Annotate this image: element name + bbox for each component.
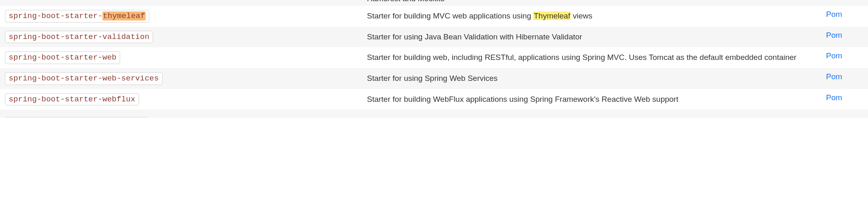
table-row (0, 110, 868, 118)
starter-code: spring-boot-starter-web-services (5, 72, 162, 85)
table-row: spring-boot-starter-web Starter for buil… (0, 47, 868, 68)
table-row: spring-boot-starter-webflux Starter for … (0, 89, 868, 110)
desc-highlight: Thymeleaf (533, 11, 571, 20)
desc-text-pre: Starter for building MVC web application… (367, 11, 533, 20)
starter-desc-cell: Hamcrest and Mockito (367, 0, 826, 2)
pom-link[interactable]: Pom (826, 10, 842, 18)
starter-desc-cell: Starter for building MVC web application… (367, 10, 826, 22)
starter-link-cell: Pom (826, 51, 863, 60)
starter-name-cell: spring-boot-starter-thymeleaf (5, 10, 367, 23)
starter-name-cell: spring-boot-starter-validation (5, 31, 367, 44)
pom-link[interactable]: Pom (826, 93, 842, 102)
starter-link-cell: Pom (826, 10, 863, 19)
starter-link-cell: Pom (826, 93, 863, 102)
table-row: spring-boot-starter-validation Starter f… (0, 27, 868, 48)
starter-code: spring-boot-starter-webflux (5, 93, 139, 106)
starter-code (5, 117, 149, 118)
desc-text-post: views (571, 11, 592, 20)
starter-desc-cell: Starter for using Java Bean Validation w… (367, 31, 826, 43)
desc-text: Starter for using Java Bean Validation w… (367, 32, 582, 41)
desc-text: Starter for building WebFlux application… (367, 95, 678, 103)
table-row: Hamcrest and Mockito (0, 0, 868, 6)
table-row: spring-boot-starter-thymeleaf Starter fo… (0, 6, 868, 27)
starter-name-cell: spring-boot-starter-web (5, 51, 367, 64)
pom-link[interactable]: Pom (826, 51, 842, 60)
desc-text: Starter for using Spring Web Services (367, 74, 498, 82)
starter-name-cell: spring-boot-starter-web-services (5, 72, 367, 85)
starter-code: spring-boot-starter-validation (5, 31, 153, 44)
pom-link[interactable]: Pom (826, 72, 842, 81)
code-prefix: spring-boot-starter- (9, 11, 102, 21)
starter-desc-cell: Starter for building WebFlux application… (367, 93, 826, 105)
starter-desc-cell: Starter for building web, including REST… (367, 51, 826, 63)
desc-text: Starter for building web, including REST… (367, 53, 796, 62)
starter-code: spring-boot-starter-web (5, 51, 120, 64)
code-highlight: thymeleaf (102, 11, 146, 21)
pom-link[interactable]: Pom (826, 31, 842, 39)
starter-desc-cell: Starter for using Spring Web Services (367, 72, 826, 84)
starter-link-cell: Pom (826, 72, 863, 81)
starters-table: Hamcrest and Mockito spring-boot-starter… (0, 0, 868, 118)
desc-text: Hamcrest and Mockito (367, 0, 445, 2)
starter-name-cell (5, 114, 367, 118)
starter-name-cell: spring-boot-starter-webflux (5, 93, 367, 106)
starter-code: spring-boot-starter-thymeleaf (5, 10, 149, 23)
table-row: spring-boot-starter-web-services Starter… (0, 68, 868, 89)
starter-link-cell: Pom (826, 31, 863, 40)
